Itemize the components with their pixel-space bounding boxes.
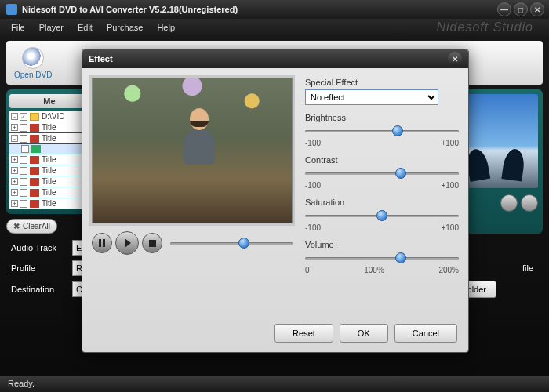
title-icon bbox=[30, 167, 39, 175]
volume-slider[interactable] bbox=[305, 252, 459, 264]
checkbox[interactable] bbox=[20, 156, 27, 164]
profile-label: Profile bbox=[11, 263, 72, 273]
folder-icon bbox=[30, 113, 39, 121]
ok-button[interactable]: OK bbox=[340, 324, 388, 343]
minimize-button[interactable]: — bbox=[497, 2, 511, 16]
brightness-label: Brightness bbox=[305, 113, 459, 122]
tree-label: Title bbox=[42, 177, 56, 186]
saturation-slider[interactable] bbox=[305, 209, 459, 222]
file-text: file bbox=[522, 263, 533, 273]
expand-icon[interactable]: - bbox=[11, 135, 18, 142]
tree-row[interactable]: +Title bbox=[9, 198, 89, 209]
dialog-close-button[interactable]: ✕ bbox=[448, 52, 462, 66]
tree-label: Title bbox=[42, 123, 56, 132]
title-icon bbox=[30, 135, 39, 143]
tree-label: Title bbox=[42, 166, 56, 175]
tree-label: Title bbox=[42, 134, 56, 143]
reset-button[interactable]: Reset bbox=[274, 324, 333, 343]
tree-row[interactable] bbox=[9, 144, 89, 154]
expand-icon[interactable]: + bbox=[11, 124, 18, 131]
close-button[interactable]: ✕ bbox=[530, 2, 544, 16]
effect-dialog: Effect ✕ Special Effect bbox=[82, 49, 469, 353]
title-icon bbox=[30, 200, 39, 208]
chapter-icon bbox=[31, 145, 41, 153]
tree-row[interactable]: +Title bbox=[9, 187, 89, 198]
title-icon bbox=[30, 189, 39, 197]
checkbox[interactable] bbox=[20, 200, 27, 208]
checkbox[interactable] bbox=[20, 113, 27, 121]
tree-row[interactable]: +Title bbox=[9, 154, 89, 165]
checkbox[interactable] bbox=[20, 135, 27, 143]
menu-file[interactable]: File bbox=[11, 23, 25, 32]
pause-button[interactable] bbox=[92, 233, 112, 253]
app-icon bbox=[6, 4, 17, 15]
checkbox[interactable] bbox=[20, 124, 27, 132]
menu-purchase[interactable]: Purchase bbox=[107, 23, 143, 32]
expand-icon[interactable]: + bbox=[11, 178, 18, 185]
stop-button[interactable] bbox=[142, 233, 162, 253]
special-effect-label: Special Effect bbox=[305, 78, 459, 87]
menu-help[interactable]: Help bbox=[157, 23, 175, 32]
window-title: Nidesoft DVD to AVI Converter V5.2.18(Un… bbox=[22, 5, 238, 14]
tree-label: Title bbox=[42, 155, 56, 164]
dialog-title: Effect bbox=[89, 54, 113, 64]
expand-icon[interactable]: + bbox=[11, 167, 18, 174]
checkbox[interactable] bbox=[21, 145, 29, 153]
tree-row[interactable]: +Title bbox=[9, 165, 89, 176]
checkbox[interactable] bbox=[20, 167, 27, 175]
tree-row[interactable]: +Title bbox=[9, 176, 89, 187]
menu-player[interactable]: Player bbox=[39, 23, 64, 32]
seek-slider[interactable] bbox=[170, 237, 293, 249]
checkbox[interactable] bbox=[20, 189, 27, 197]
app-window: Nidesoft DVD to AVI Converter V5.2.18(Un… bbox=[0, 0, 549, 392]
volume-label: Volume bbox=[305, 240, 459, 249]
play-button[interactable] bbox=[115, 231, 139, 255]
audio-track-label: Audio Track bbox=[11, 243, 72, 252]
title-icon bbox=[30, 124, 39, 132]
contrast-label: Contrast bbox=[305, 155, 459, 165]
title-icon bbox=[30, 156, 39, 164]
menu-edit[interactable]: Edit bbox=[78, 23, 93, 32]
open-dvd-button[interactable]: Open DVD bbox=[14, 47, 52, 79]
saturation-label: Saturation bbox=[305, 198, 459, 207]
dialog-titlebar: Effect ✕ bbox=[82, 49, 468, 68]
titlebar: Nidesoft DVD to AVI Converter V5.2.18(Un… bbox=[0, 0, 549, 19]
clear-all-label: ClearAll bbox=[23, 222, 50, 230]
expand-icon[interactable]: - bbox=[11, 113, 18, 120]
title-icon bbox=[30, 178, 39, 186]
expand-icon[interactable]: + bbox=[11, 189, 18, 196]
brand-text: Nidesoft Studio bbox=[436, 20, 533, 34]
maximize-button[interactable]: □ bbox=[514, 2, 528, 16]
video-preview bbox=[92, 78, 293, 223]
checkbox[interactable] bbox=[20, 178, 27, 186]
cancel-button[interactable]: Cancel bbox=[394, 324, 457, 343]
tree-label: D:\VID bbox=[42, 112, 64, 121]
disc-icon bbox=[22, 47, 44, 69]
tree-label: Title bbox=[42, 199, 56, 208]
tree-label: Title bbox=[42, 188, 56, 197]
tree-header: Me bbox=[9, 94, 89, 108]
expand-icon[interactable]: + bbox=[11, 156, 18, 163]
tree-row[interactable]: -D:\VID bbox=[9, 111, 89, 122]
clear-all-button[interactable]: ✖ ClearAll bbox=[6, 219, 57, 234]
tree-row[interactable]: +Title bbox=[9, 122, 89, 132]
destination-label: Destination bbox=[11, 285, 72, 294]
open-dvd-label: Open DVD bbox=[14, 71, 52, 79]
statusbar: Ready. bbox=[0, 376, 549, 392]
expand-icon[interactable]: + bbox=[11, 200, 18, 207]
tree-panel: Me -D:\VID+Title-Title+Title+Title+Title… bbox=[6, 89, 93, 234]
x-icon: ✖ bbox=[13, 222, 20, 230]
contrast-slider[interactable] bbox=[305, 167, 459, 180]
brightness-slider[interactable] bbox=[305, 125, 459, 137]
snapshot-button[interactable] bbox=[500, 194, 518, 212]
special-effect-select[interactable]: No effect bbox=[305, 89, 438, 105]
tree-row[interactable]: -Title bbox=[9, 133, 89, 143]
fullscreen-button[interactable] bbox=[521, 194, 538, 212]
